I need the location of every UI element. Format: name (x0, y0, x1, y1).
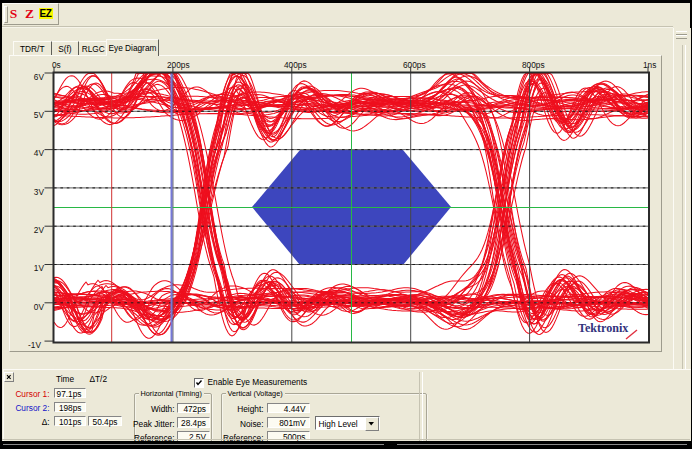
svg-text:Tektronix: Tektronix (578, 321, 628, 335)
